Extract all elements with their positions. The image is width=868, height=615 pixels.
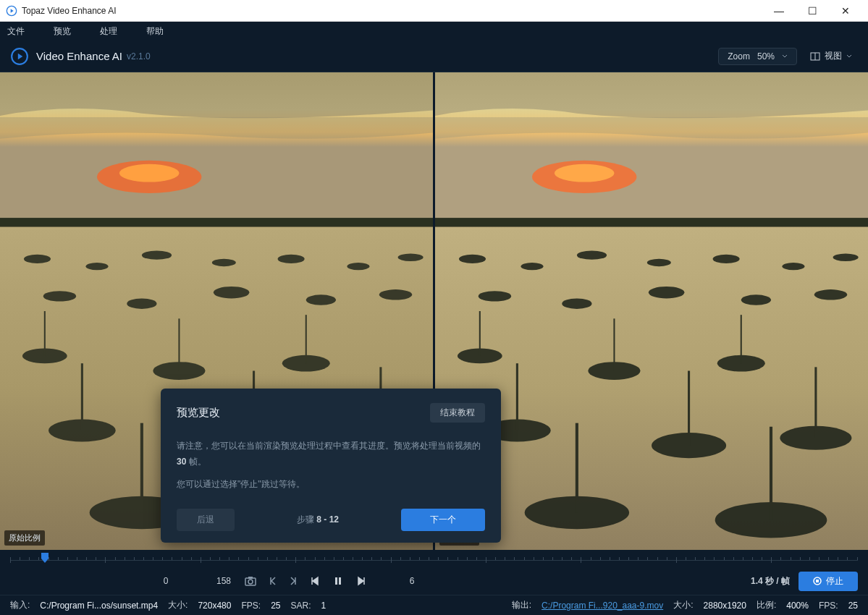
view-dropdown[interactable]: 视图 (804, 47, 858, 65)
fps-out-label: FPS: (819, 601, 838, 611)
svg-point-42 (459, 255, 486, 263)
fps-out: 25 (848, 601, 858, 611)
svg-point-12 (212, 259, 236, 266)
svg-point-52 (741, 294, 771, 305)
step-forward-icon[interactable] (356, 576, 366, 586)
window-titlebar: Topaz Video Enhance AI — ☐ ✕ (0, 0, 868, 22)
zoom-value: 50% (757, 51, 775, 62)
svg-point-20 (379, 289, 412, 300)
menubar: 文件 预览 处理 帮助 (0, 22, 868, 41)
svg-rect-76 (816, 580, 819, 582)
size-out: 2880x1920 (704, 601, 746, 611)
stop-icon (813, 577, 822, 585)
sar-label: SAR: (291, 601, 311, 611)
menu-preview[interactable]: 预览 (54, 25, 71, 38)
svg-point-13 (278, 255, 305, 263)
svg-point-39 (555, 164, 615, 182)
stop-button[interactable]: 停止 (799, 572, 858, 591)
app-title: Video Enhance AI (36, 50, 122, 62)
window-title: Topaz Video Enhance AI (22, 6, 762, 16)
svg-point-16 (43, 291, 76, 301)
app-version: v2.1.0 (127, 51, 151, 62)
svg-point-11 (142, 250, 172, 259)
playback-controls: 0 158 6 1.4 秒 / 帧 停止 (0, 567, 868, 595)
close-button[interactable]: ✕ (829, 0, 862, 22)
svg-point-10 (86, 263, 109, 270)
mark-out-icon[interactable] (290, 576, 297, 586)
timeline[interactable] (0, 550, 868, 567)
statusbar: 输入: C:/Program Fi...os/sunset.mp4 大小: 72… (0, 595, 868, 615)
svg-rect-7 (0, 218, 433, 226)
view-label: 视图 (825, 50, 842, 62)
size-out-label: 大小: (673, 599, 693, 611)
frame-current: 158 (213, 576, 235, 586)
svg-point-17 (127, 298, 156, 308)
tutorial-text-2: 您可以通过选择"停止"跳过等待。 (177, 477, 485, 493)
tutorial-step: 步骤 8 - 12 (242, 514, 394, 526)
camera-icon[interactable] (245, 576, 256, 586)
minimize-button[interactable]: — (762, 0, 796, 22)
preview-area: 原始比例 (0, 72, 868, 550)
svg-point-15 (398, 254, 424, 261)
frame-end: 6 (401, 576, 423, 586)
svg-point-46 (713, 255, 740, 263)
mark-in-icon[interactable] (269, 576, 277, 586)
svg-rect-40 (435, 218, 868, 226)
frame-start: 0 (155, 576, 177, 586)
tutorial-back-button[interactable]: 后退 (177, 509, 235, 531)
size-in: 720x480 (198, 601, 231, 611)
size-in-label: 大小: (168, 599, 187, 611)
input-path: C:/Program Fi...os/sunset.mp4 (40, 601, 158, 611)
layout-icon (810, 51, 820, 62)
svg-point-45 (647, 259, 671, 266)
svg-point-19 (306, 294, 336, 305)
logo-icon (10, 47, 29, 66)
zoom-dropdown[interactable]: Zoom 50% (718, 48, 797, 65)
app-icon (6, 5, 17, 17)
original-label: 原始比例 (4, 530, 45, 546)
svg-point-43 (521, 263, 544, 270)
menu-file[interactable]: 文件 (7, 25, 25, 38)
render-rate: 1.4 秒 / 帧 (751, 575, 790, 588)
input-label: 输入: (10, 599, 30, 611)
ratio-value: 400% (786, 601, 809, 611)
menu-process[interactable]: 处理 (100, 25, 117, 38)
pause-icon[interactable] (333, 576, 343, 586)
svg-point-48 (833, 254, 859, 261)
output-label: 输出: (512, 599, 531, 611)
svg-point-51 (649, 287, 685, 299)
svg-point-50 (562, 298, 591, 308)
svg-rect-74 (339, 577, 341, 585)
header: Video Enhance AI v2.1.0 Zoom 50% 视图 (0, 41, 868, 72)
tutorial-next-button[interactable]: 下一个 (401, 509, 485, 531)
svg-point-44 (577, 250, 607, 259)
step-back-icon[interactable] (310, 576, 320, 586)
playhead-icon[interactable] (40, 551, 50, 564)
svg-point-18 (214, 287, 250, 299)
svg-point-9 (24, 255, 51, 263)
tutorial-popup: 预览更改 结束教程 请注意，您可以在当前渲染预览处理过程中查看其进度。预览将处理… (161, 389, 501, 543)
chevron-down-icon (782, 54, 788, 59)
svg-point-53 (814, 289, 847, 300)
fps-in: 25 (271, 601, 280, 611)
tutorial-title: 预览更改 (177, 406, 220, 420)
end-tutorial-button[interactable]: 结束教程 (430, 403, 485, 423)
sar-value: 1 (321, 601, 326, 611)
ratio-label: 比例: (757, 599, 776, 611)
svg-point-49 (479, 291, 511, 301)
maximize-button[interactable]: ☐ (796, 0, 829, 22)
chevron-down-icon (846, 54, 852, 59)
svg-point-47 (782, 263, 804, 270)
svg-rect-73 (335, 577, 337, 585)
svg-point-6 (119, 164, 180, 182)
svg-point-71 (248, 580, 253, 584)
svg-point-14 (347, 263, 369, 270)
tutorial-text-1: 请注意，您可以在当前渲染预览处理过程中查看其进度。预览将处理当前视频的 30 帧… (177, 438, 485, 470)
svg-rect-72 (248, 577, 253, 579)
menu-help[interactable]: 帮助 (146, 25, 164, 38)
output-path[interactable]: C:/Program Fi...920_aaa-9.mov (542, 601, 663, 611)
zoom-label: Zoom (728, 51, 750, 62)
fps-in-label: FPS: (241, 601, 261, 611)
